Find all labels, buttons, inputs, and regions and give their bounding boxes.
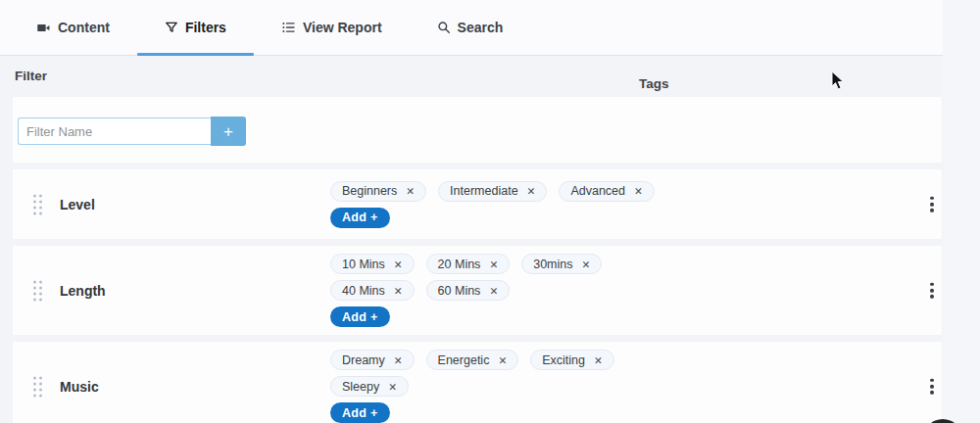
- tag-chip: Sleepy✕: [330, 376, 409, 397]
- chip-row: Dreamy✕Energetic✕Exciting✕: [330, 350, 614, 370]
- search-icon: [437, 21, 451, 34]
- tab-bar: ContentFiltersView ReportSearch: [0, 0, 943, 56]
- tag-chip: Dreamy✕: [330, 350, 415, 370]
- tab-label: Content: [58, 20, 110, 35]
- tag-label: Dreamy: [342, 353, 385, 367]
- tag-chip: Energetic✕: [426, 350, 519, 370]
- add-row: Add +: [330, 402, 614, 423]
- tags-container: Dreamy✕Energetic✕Exciting✕Sleepy✕Add +: [330, 342, 614, 423]
- remove-tag-icon[interactable]: ✕: [394, 258, 403, 270]
- tag-label: 30mins: [533, 258, 572, 271]
- drag-handle-icon[interactable]: [33, 194, 42, 214]
- filter-row: Music Dreamy✕Energetic✕Exciting✕Sleepy✕A…: [13, 342, 942, 423]
- tag-label: Energetic: [438, 353, 490, 367]
- filter-column-header: Filter: [15, 69, 47, 83]
- filter-name-label: Level: [60, 197, 95, 212]
- tag-label: 40 Mins: [342, 284, 385, 298]
- tab-content[interactable]: Content: [9, 0, 137, 55]
- tags-container: 10 Mins✕20 Mins✕30mins✕40 Mins✕60 Mins✕A…: [330, 246, 602, 335]
- remove-tag-icon[interactable]: ✕: [498, 354, 507, 366]
- remove-tag-icon[interactable]: ✕: [594, 354, 603, 366]
- row-menu-button[interactable]: [924, 192, 940, 215]
- remove-tag-icon[interactable]: ✕: [527, 185, 536, 197]
- tag-label: Intermediate: [450, 184, 517, 198]
- drag-handle-icon[interactable]: [33, 376, 42, 397]
- filter-name-input[interactable]: [18, 118, 211, 145]
- tags-container: Beginners✕Intermediate✕Advanced✕Add +: [330, 173, 655, 236]
- remove-tag-icon[interactable]: ✕: [394, 354, 403, 366]
- remove-tag-icon[interactable]: ✕: [581, 258, 590, 270]
- tab-view-report[interactable]: View Report: [254, 0, 410, 55]
- tag-chip: 30mins✕: [521, 254, 602, 274]
- remove-tag-icon[interactable]: ✕: [489, 258, 498, 270]
- tag-label: 20 Mins: [438, 258, 481, 271]
- tag-label: Exciting: [542, 353, 585, 367]
- chip-row: 10 Mins✕20 Mins✕30mins✕: [330, 254, 602, 274]
- add-row: Add +: [330, 306, 602, 327]
- add-tag-button[interactable]: Add +: [330, 208, 390, 228]
- remove-tag-icon[interactable]: ✕: [388, 381, 397, 393]
- tag-chip: 10 Mins✕: [330, 254, 415, 274]
- tag-chip: Beginners✕: [330, 181, 426, 202]
- tag-label: 10 Mins: [342, 258, 385, 271]
- tag-chip: 60 Mins✕: [426, 280, 511, 301]
- tab-filters[interactable]: Filters: [137, 0, 254, 55]
- remove-tag-icon[interactable]: ✕: [489, 285, 498, 297]
- tag-label: 60 Mins: [438, 284, 481, 298]
- tag-chip: Intermediate✕: [438, 181, 547, 202]
- add-row: Add +: [330, 208, 655, 228]
- tag-chip: Advanced✕: [559, 181, 654, 202]
- remove-tag-icon[interactable]: ✕: [406, 185, 415, 197]
- tags-column-header: Tags: [639, 69, 669, 99]
- filter-list: + Level Beginners✕Intermediate✕Advanced✕…: [13, 97, 942, 423]
- tag-label: Sleepy: [342, 380, 379, 394]
- tag-chip: 20 Mins✕: [426, 254, 511, 274]
- row-menu-button[interactable]: [924, 374, 940, 398]
- filter-row: Length 10 Mins✕20 Mins✕30mins✕40 Mins✕60…: [13, 246, 942, 335]
- tab-label: Filters: [185, 20, 226, 35]
- tab-label: View Report: [303, 20, 382, 35]
- add-filter-button[interactable]: +: [211, 117, 246, 146]
- row-menu-button[interactable]: [924, 278, 940, 302]
- column-header-row: Filter Tags: [0, 56, 980, 97]
- tag-chip: Exciting✕: [530, 350, 614, 370]
- drag-handle-icon[interactable]: [33, 280, 42, 301]
- chip-row: Beginners✕Intermediate✕Advanced✕: [330, 181, 655, 202]
- add-tag-button[interactable]: Add +: [330, 402, 390, 423]
- remove-tag-icon[interactable]: ✕: [394, 285, 403, 297]
- add-filter-card: +: [13, 97, 942, 163]
- filter-row: Level Beginners✕Intermediate✕Advanced✕Ad…: [13, 169, 942, 239]
- chip-row: 40 Mins✕60 Mins✕: [330, 280, 602, 301]
- filter-name-label: Music: [60, 379, 99, 395]
- tag-chip: 40 Mins✕: [330, 280, 415, 301]
- video-camera-icon: [36, 21, 51, 35]
- tag-label: Advanced: [570, 184, 625, 198]
- add-tag-button[interactable]: Add +: [330, 306, 390, 327]
- remove-tag-icon[interactable]: ✕: [634, 185, 643, 197]
- funnel-icon: [165, 21, 178, 34]
- filter-name-label: Length: [60, 283, 106, 299]
- chip-row: Sleepy✕: [330, 376, 614, 397]
- tab-label: Search: [458, 20, 504, 35]
- list-icon: [281, 21, 296, 34]
- tab-search[interactable]: Search: [410, 0, 531, 55]
- tag-label: Beginners: [342, 184, 397, 198]
